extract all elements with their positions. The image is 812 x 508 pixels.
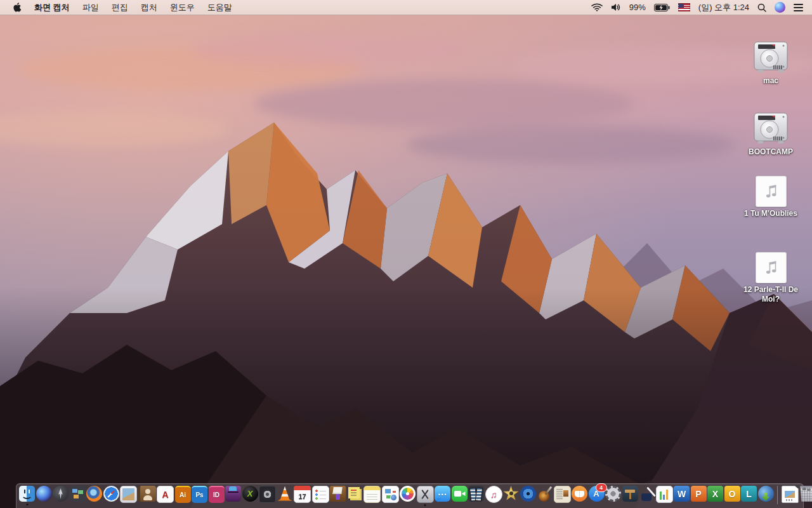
word-glyph: W bbox=[674, 486, 690, 502]
dock-icon-document-file[interactable] bbox=[782, 486, 799, 503]
apple-menu-icon[interactable] bbox=[0, 0, 28, 15]
dock-icon-lync[interactable]: L bbox=[741, 486, 757, 502]
dock: AAiPsIDX17…♫A4WPXOL bbox=[16, 483, 804, 508]
wifi-icon[interactable] bbox=[591, 3, 603, 11]
menu-file[interactable]: 파일 bbox=[76, 0, 105, 15]
volume-icon[interactable] bbox=[611, 3, 621, 11]
dock-icon-trash[interactable] bbox=[799, 486, 812, 502]
dock-icon-indesign[interactable]: ID bbox=[209, 486, 225, 503]
dock-icon-numbers[interactable] bbox=[656, 486, 673, 503]
macos-desktop: 화면 캡처 파일 편집 캡처 윈도우 도움말 99% bbox=[0, 0, 812, 508]
menu-bar-clock[interactable]: (일) 오후 1:24 bbox=[698, 2, 749, 13]
illustrator-glyph: Ai bbox=[175, 487, 191, 503]
calendar-glyph: 17 bbox=[294, 486, 310, 502]
dock-icon-stickies[interactable] bbox=[347, 486, 363, 502]
audio-file-icon bbox=[756, 176, 787, 207]
dock-icon-vlc[interactable] bbox=[277, 486, 293, 502]
spotlight-search-icon[interactable] bbox=[757, 3, 766, 12]
dock-icon-firefox[interactable] bbox=[86, 486, 102, 502]
dock-icon-garageband[interactable] bbox=[537, 486, 553, 502]
dock-icon-news-clipping[interactable] bbox=[554, 486, 571, 503]
desktop-icon-label: mac bbox=[763, 76, 778, 86]
active-app-menu[interactable]: 화면 캡처 bbox=[28, 0, 76, 15]
dock-icon-downloader[interactable] bbox=[758, 486, 774, 502]
dock-icon-excel[interactable]: X bbox=[707, 486, 723, 502]
menu-help[interactable]: 도움말 bbox=[201, 0, 239, 15]
desktop-icon-bootcamp-drive[interactable]: BOOTCAMP bbox=[735, 110, 806, 157]
dock-icon-facetime[interactable] bbox=[452, 486, 468, 502]
input-source-flag-icon[interactable] bbox=[678, 3, 690, 11]
excel-glyph: X bbox=[707, 486, 723, 502]
dock-icon-notes[interactable] bbox=[363, 486, 381, 503]
itunes-glyph: ♫ bbox=[486, 486, 502, 502]
desktop-icon-label: 12 Parle-T-Il De Moi? bbox=[737, 285, 804, 304]
dock-icon-preview[interactable] bbox=[120, 486, 137, 503]
dock-icon-app-store[interactable]: A4 bbox=[589, 486, 605, 502]
photoshop-glyph: Ps bbox=[192, 487, 207, 503]
menu-edit[interactable]: 편집 bbox=[105, 0, 134, 15]
dock-icon-acrobat[interactable]: A bbox=[157, 486, 174, 503]
dock-icon-fan-utility[interactable] bbox=[259, 486, 276, 503]
dock-icon-itunes[interactable]: ♫ bbox=[485, 486, 502, 503]
dock-icon-pages[interactable] bbox=[639, 486, 655, 502]
dock-icon-messages[interactable]: … bbox=[435, 486, 450, 502]
desktop-icon-label: 1 Tu M'Oublies bbox=[744, 209, 797, 218]
dock-icon-toast[interactable] bbox=[225, 486, 241, 502]
desktop-icon-audio-file-2[interactable]: 12 Parle-T-Il De Moi? bbox=[735, 252, 806, 304]
dock-icon-contacts[interactable] bbox=[138, 486, 156, 502]
dock-icon-siri[interactable] bbox=[36, 486, 52, 502]
dock-icon-mission-control[interactable] bbox=[70, 486, 86, 502]
dock-icon-system-preferences[interactable] bbox=[605, 486, 621, 502]
dock-separator bbox=[777, 486, 778, 504]
dock-icon-organizer[interactable] bbox=[330, 486, 346, 502]
menu-bar-left: 화면 캡처 파일 편집 캡처 윈도우 도움말 bbox=[0, 0, 239, 15]
running-indicator bbox=[424, 504, 426, 506]
desktop-icon-audio-file-1[interactable]: 1 Tu M'Oublies bbox=[735, 176, 806, 218]
battery-percent-label: 99% bbox=[629, 3, 646, 12]
dock-icon-powerpoint[interactable]: P bbox=[691, 486, 707, 502]
dock-icon-word[interactable]: W bbox=[674, 486, 690, 502]
notification-center-icon[interactable] bbox=[794, 4, 803, 11]
hard-drive-icon bbox=[752, 39, 789, 74]
notification-badge: 4 bbox=[596, 483, 607, 492]
dock-icon-reminders[interactable] bbox=[312, 486, 329, 503]
dock-icon-photos[interactable] bbox=[400, 486, 416, 502]
dock-icon-launchpad[interactable] bbox=[53, 486, 69, 502]
messages-glyph: … bbox=[435, 482, 450, 502]
desktop-area: mac BOOTCAMP bbox=[0, 15, 812, 508]
desktop-icon-mac-drive[interactable]: mac bbox=[735, 39, 806, 86]
menu-window[interactable]: 윈도우 bbox=[164, 0, 201, 15]
dock-icon-finder[interactable] bbox=[19, 486, 35, 502]
dock-icon-imovie[interactable] bbox=[503, 486, 519, 502]
dock-icon-photo-booth[interactable] bbox=[468, 486, 484, 502]
powerpoint-glyph: P bbox=[691, 486, 707, 502]
wallpaper-sierra-mountains bbox=[0, 15, 812, 508]
x-converter-glyph: X bbox=[242, 486, 258, 502]
dock-icon-outlook[interactable]: O bbox=[724, 486, 740, 502]
dock-icon-x-converter[interactable]: X bbox=[242, 486, 258, 502]
dock-icon-dvd-player[interactable] bbox=[520, 486, 536, 502]
battery-charging-icon[interactable] bbox=[654, 4, 670, 11]
lync-glyph: L bbox=[741, 486, 757, 502]
dock-icon-keynote[interactable] bbox=[622, 486, 638, 502]
dock-icon-safari[interactable] bbox=[103, 486, 119, 502]
dock-icon-document-app[interactable] bbox=[382, 486, 399, 503]
siri-icon[interactable] bbox=[775, 2, 785, 13]
menu-bar: 화면 캡처 파일 편집 캡처 윈도우 도움말 99% bbox=[0, 0, 812, 15]
outlook-glyph: O bbox=[724, 486, 740, 502]
running-indicator bbox=[26, 504, 28, 505]
menu-capture[interactable]: 캡처 bbox=[134, 0, 164, 15]
dock-icon-ibooks[interactable] bbox=[572, 486, 587, 502]
dock-icon-grab[interactable] bbox=[417, 486, 434, 503]
desktop-icon-label: BOOTCAMP bbox=[749, 147, 793, 157]
audio-file-icon bbox=[756, 252, 787, 283]
dock-icon-calendar[interactable]: 17 bbox=[294, 486, 311, 503]
acrobat-glyph: A bbox=[157, 486, 173, 502]
indesign-glyph: ID bbox=[209, 487, 225, 503]
dock-icon-photoshop[interactable]: Ps bbox=[192, 486, 207, 503]
dock-icon-illustrator[interactable]: Ai bbox=[175, 486, 191, 503]
menu-bar-status: 99% (일) 오후 1:24 bbox=[591, 0, 812, 15]
hard-drive-icon bbox=[752, 110, 789, 145]
